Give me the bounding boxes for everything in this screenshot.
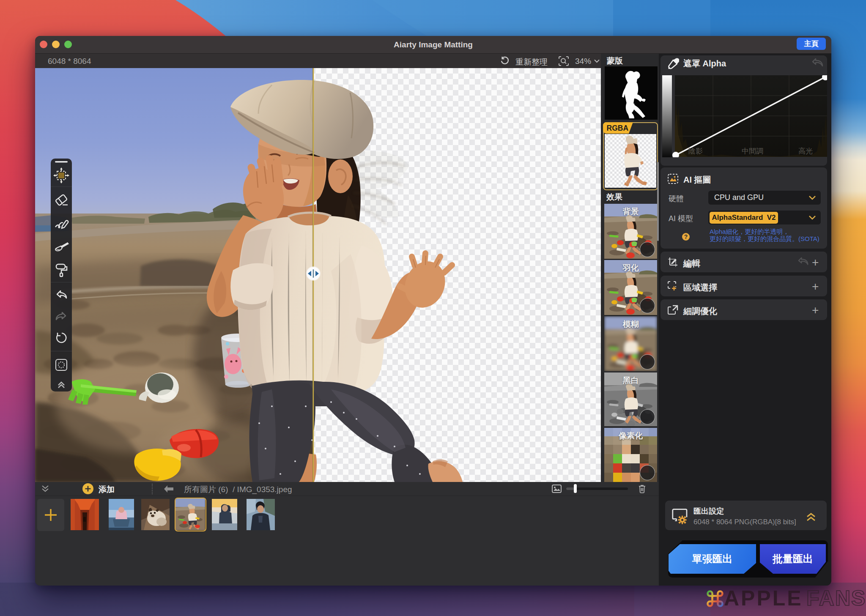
svg-text:高光: 高光 bbox=[798, 147, 813, 155]
svg-text:RGBA: RGBA bbox=[607, 124, 629, 132]
svg-text:中間調: 中間調 bbox=[742, 147, 763, 155]
svg-text:陰影: 陰影 bbox=[688, 147, 703, 155]
